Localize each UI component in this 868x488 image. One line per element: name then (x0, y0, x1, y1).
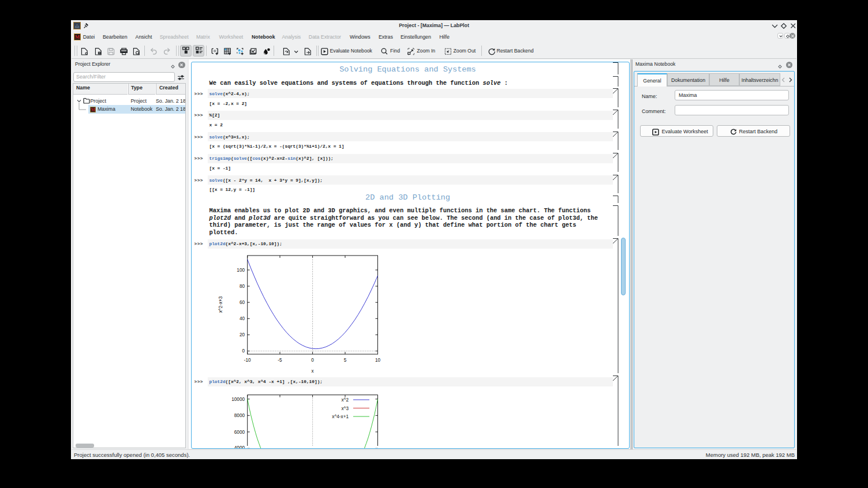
svg-text:-10: -10 (244, 358, 250, 363)
svg-text:M: M (75, 34, 80, 40)
svg-text:M: M (91, 107, 95, 112)
svg-text:x^2-x+3: x^2-x+3 (218, 296, 223, 313)
svg-text:-5: -5 (278, 358, 282, 363)
svg-text:x^4-x+1: x^4-x+1 (332, 414, 349, 419)
svg-text:x: x (311, 369, 313, 374)
svg-text:4000: 4000 (234, 445, 245, 449)
svg-text:5: 5 (343, 358, 346, 363)
svg-text:60: 60 (239, 300, 245, 305)
svg-text:x^3: x^3 (341, 406, 349, 411)
svg-text:8000: 8000 (234, 413, 245, 418)
svg-text:80: 80 (239, 284, 245, 289)
svg-text:20: 20 (239, 332, 245, 337)
svg-text:10: 10 (375, 358, 380, 363)
svg-text:6000: 6000 (234, 430, 245, 435)
svg-text:100: 100 (237, 268, 245, 273)
svg-text:40: 40 (239, 316, 245, 321)
svg-text:10000: 10000 (231, 397, 245, 402)
svg-text:x^2: x^2 (341, 397, 349, 403)
svg-text:0: 0 (242, 348, 245, 354)
svg-text:0: 0 (311, 358, 314, 363)
